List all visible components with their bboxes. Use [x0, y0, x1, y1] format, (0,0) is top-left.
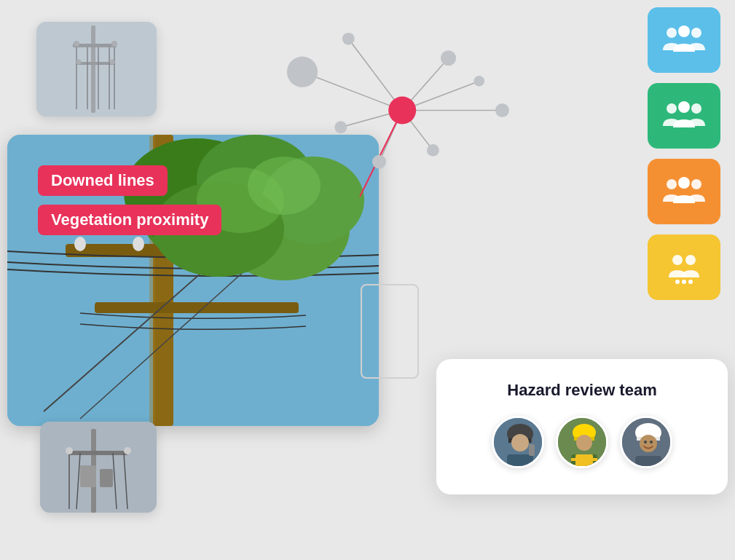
svg-point-97 [640, 435, 657, 452]
svg-point-89 [576, 435, 592, 451]
svg-point-69 [678, 101, 690, 113]
svg-rect-83 [507, 454, 533, 468]
svg-rect-100 [635, 456, 661, 468]
svg-point-82 [511, 434, 529, 451]
svg-point-64 [388, 97, 416, 125]
svg-rect-36 [40, 422, 157, 513]
small-image-bottom [40, 422, 157, 513]
svg-point-45 [66, 447, 73, 454]
icon-card-blue[interactable] [648, 7, 720, 73]
people-icon-orange [663, 174, 705, 209]
avatar-worker-3 [620, 416, 672, 468]
svg-point-74 [672, 255, 683, 265]
svg-rect-40 [100, 469, 113, 487]
icon-card-yellow[interactable] [648, 234, 720, 300]
avatar-worker-1 [492, 416, 544, 468]
svg-rect-39 [80, 465, 96, 487]
svg-point-62 [372, 155, 386, 169]
svg-point-71 [667, 179, 677, 189]
svg-point-75 [685, 255, 696, 265]
svg-point-70 [691, 103, 701, 114]
small-image-top [36, 22, 157, 117]
svg-line-55 [360, 111, 402, 197]
svg-point-76 [675, 280, 680, 284]
svg-point-67 [691, 28, 701, 38]
svg-point-99 [650, 441, 653, 443]
right-icons [648, 7, 720, 300]
svg-point-63 [334, 121, 347, 133]
review-card: Hazard review team [436, 359, 728, 494]
svg-point-68 [667, 103, 677, 114]
svg-point-98 [644, 441, 647, 443]
icon-card-orange[interactable] [648, 159, 720, 224]
svg-rect-38 [69, 451, 127, 455]
svg-rect-91 [575, 454, 593, 468]
avatars-container [463, 416, 701, 468]
svg-point-57 [342, 33, 355, 45]
svg-point-20 [74, 237, 86, 251]
svg-rect-93 [571, 465, 597, 468]
svg-point-58 [441, 50, 456, 66]
svg-point-72 [678, 177, 690, 189]
connector-box [361, 284, 419, 379]
review-card-title: Hazard review team [463, 381, 701, 400]
svg-point-21 [133, 237, 144, 251]
svg-point-66 [678, 25, 690, 37]
svg-rect-84 [529, 444, 535, 456]
vegetation-proximity-label: Vegetation proximity [38, 205, 221, 235]
svg-point-61 [427, 144, 439, 157]
svg-point-77 [682, 280, 686, 284]
network-graph [233, 15, 510, 248]
people-icon-blue [663, 23, 705, 58]
main-container: Downed lines Vegetation proximity [0, 0, 735, 560]
people-icon-yellow [663, 250, 705, 285]
svg-rect-19 [95, 302, 299, 313]
svg-point-46 [124, 447, 131, 454]
downed-lines-label: Downed lines [38, 165, 168, 196]
svg-point-60 [495, 103, 509, 117]
svg-point-73 [691, 179, 701, 189]
svg-point-65 [667, 28, 677, 38]
svg-point-56 [287, 57, 318, 87]
svg-point-78 [688, 280, 693, 284]
icon-card-green[interactable] [648, 83, 720, 149]
svg-rect-13 [36, 22, 157, 117]
svg-rect-92 [571, 458, 597, 461]
avatar-worker-2 [556, 416, 608, 468]
svg-point-59 [473, 76, 484, 87]
people-icon-green [663, 98, 705, 133]
